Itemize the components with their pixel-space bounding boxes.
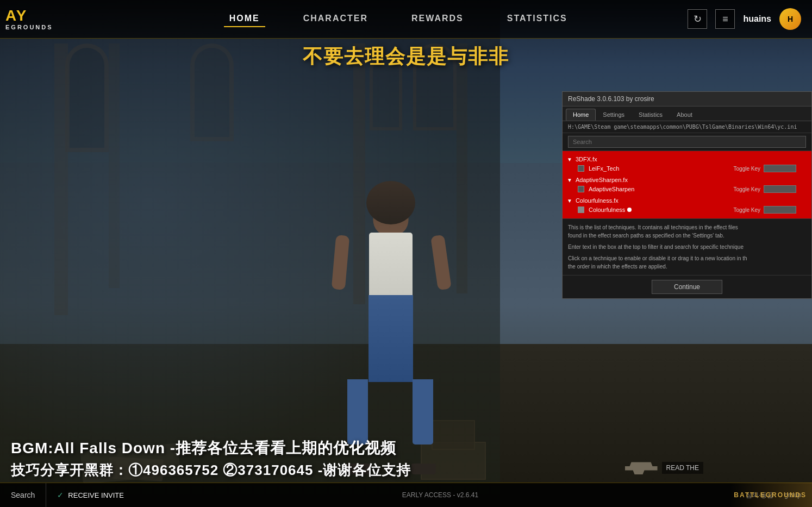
fx-expand-icon-2: ▼ (567, 177, 572, 183)
fx-group-colour: ▼ Colourfulness.fx Colourfulness Toggle … (563, 195, 811, 216)
bgm-text: BGM:All Falls Down -推荐各位去看看上期的优化视频 (11, 438, 801, 459)
desc-line-1: This is the list of techniques. It conta… (568, 223, 806, 231)
nav-rewards[interactable]: REWARDS (406, 11, 469, 27)
fx-checkbox-adaptive[interactable] (578, 186, 584, 192)
fx-item-label: LeiFx_Tech (589, 165, 619, 172)
fx-item-adaptive[interactable]: AdaptiveSharpen Toggle Key (567, 184, 807, 194)
nav-right: ↻ ≡ huains H (688, 8, 812, 30)
fx-group-3dfx: ▼ 3DFX.fx LeiFx_Tech Toggle Key (563, 154, 811, 174)
desc-line-2: found in the effect search paths as spec… (568, 231, 806, 240)
username-label: huains (743, 14, 771, 24)
battlegrounds-logo-bottom: BATTLEGROUNDS (730, 483, 812, 507)
reshade-description: This is the list of techniques. It conta… (563, 218, 811, 275)
fx-item-leifx[interactable]: LeiFx_Tech Toggle Key (567, 164, 807, 173)
receive-invite-button[interactable]: ✓ RECEIVE INVITE (46, 483, 135, 507)
read-the-button[interactable]: READ THE (662, 462, 703, 474)
reshade-tabs: Home Settings Statistics About (563, 107, 811, 121)
reshade-continue-area: Continue (563, 275, 811, 298)
search-button[interactable]: Search (0, 483, 46, 507)
reshade-tab-about[interactable]: About (670, 109, 699, 121)
continue-button[interactable]: Continue (652, 280, 722, 294)
navbar: AY EGROUNDS HOME CHARACTER REWARDS STATI… (0, 0, 812, 39)
logo-area: AY EGROUNDS (0, 8, 109, 31)
cursor-indicator (627, 208, 632, 212)
nav-character[interactable]: CHARACTER (298, 11, 373, 27)
desc-line-5: the order in which the effects are appli… (568, 262, 806, 271)
reshade-search-area (563, 133, 811, 151)
key-input-colour[interactable] (764, 206, 796, 214)
battlegrounds-text: BATTLEGROUNDS (734, 491, 807, 499)
fx-expand-icon-3: ▼ (567, 198, 572, 204)
version-label: EARLY ACCESS - v2.6.41 (135, 491, 746, 499)
fx-item-label-3: Colourfulness (589, 206, 625, 213)
desc-line-4: Click on a technique to enable or disabl… (568, 254, 806, 262)
receive-invite-label: RECEIVE INVITE (68, 491, 124, 499)
fx-toggle-key-leifx: Toggle Key (734, 165, 796, 172)
fx-group-header-3dfx[interactable]: ▼ 3DFX.fx (567, 155, 807, 164)
character-figure (315, 181, 467, 480)
status-bar: Search ✓ RECEIVE INVITE EARLY ACCESS - v… (0, 483, 812, 507)
fx-checkbox-leifx[interactable] (578, 165, 584, 172)
fx-expand-icon: ▼ (567, 157, 572, 162)
fx-checkbox-colour[interactable] (578, 206, 584, 213)
reshade-tab-home[interactable]: Home (566, 109, 596, 121)
reshade-tab-statistics[interactable]: Statistics (632, 109, 670, 121)
toggle-key-label-2: Toggle Key (734, 186, 760, 192)
checkmark-icon: ✓ (57, 491, 64, 499)
reshade-filepath: H:\GAME\Steam game\steamapps\common\PUBG… (563, 121, 811, 133)
center-text-main: 不要去理会是是与非非 (0, 43, 812, 70)
nav-home[interactable]: HOME (224, 11, 265, 27)
refresh-button[interactable]: ↻ (688, 9, 707, 29)
logo-text: AY (5, 8, 53, 24)
toggle-key-label-3: Toggle Key (734, 207, 760, 213)
fx-group-name: 3DFX.fx (576, 156, 597, 162)
reshade-tab-settings[interactable]: Settings (596, 109, 632, 121)
desc-line-3: Enter text in the box at the top to filt… (568, 243, 806, 251)
fx-group-name-3: Colourfulness.fx (576, 197, 619, 204)
toggle-key-label: Toggle Key (734, 166, 760, 172)
reshade-title: ReShade 3.0.6.103 by crosire (563, 92, 811, 107)
nav-statistics[interactable]: STATISTICS (502, 11, 573, 27)
fx-group-header-adaptive[interactable]: ▼ AdaptiveSharpen.fx (567, 176, 807, 184)
user-avatar[interactable]: H (779, 8, 801, 30)
fx-group-header-colour[interactable]: ▼ Colourfulness.fx (567, 196, 807, 205)
nav-links: HOME CHARACTER REWARDS STATISTICS (109, 11, 688, 27)
fx-toggle-key-adaptive: Toggle Key (734, 185, 796, 193)
key-input-leifx[interactable] (764, 165, 796, 172)
fx-group-name-2: AdaptiveSharpen.fx (576, 177, 628, 183)
center-text-area: 不要去理会是是与非非 (0, 43, 812, 70)
reshade-panel: ReShade 3.0.6.103 by crosire Home Settin… (562, 91, 812, 299)
key-input-adaptive[interactable] (764, 185, 796, 193)
fx-item-colour[interactable]: Colourfulness Toggle Key (567, 205, 807, 215)
reshade-effects-list: ▼ 3DFX.fx LeiFx_Tech Toggle Key ▼ Adapti… (563, 151, 811, 218)
weapon-area: READ THE (625, 461, 703, 474)
logo-subtext: EGROUNDS (5, 24, 53, 30)
settings-button[interactable]: ≡ (715, 9, 735, 29)
fx-item-label-2: AdaptiveSharpen (589, 186, 634, 192)
reshade-search-input[interactable] (568, 136, 806, 148)
fx-group-adaptive: ▼ AdaptiveSharpen.fx AdaptiveSharpen Tog… (563, 174, 811, 195)
fx-toggle-key-colour: Toggle Key (734, 206, 796, 214)
